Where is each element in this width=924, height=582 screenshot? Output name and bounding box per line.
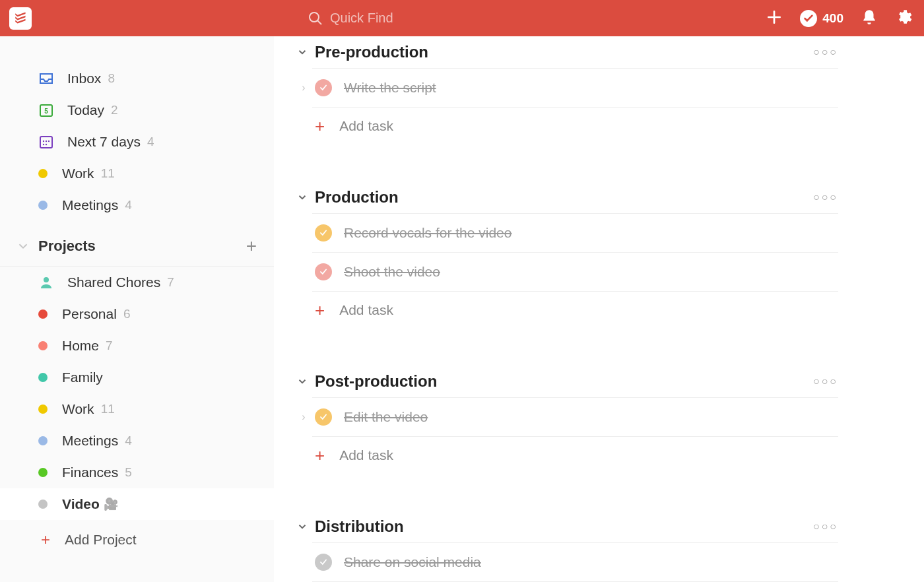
filter-count: 8 bbox=[108, 71, 115, 86]
project-count: 6 bbox=[123, 307, 131, 321]
section-title: Post-production bbox=[315, 372, 437, 391]
task-checkbox[interactable] bbox=[315, 263, 332, 280]
section-more-button[interactable]: ○○○ bbox=[813, 191, 838, 203]
sidebar-project-family[interactable]: Family bbox=[0, 362, 274, 393]
expand-subtasks-icon[interactable]: › bbox=[296, 82, 311, 94]
sidebar-project-finances[interactable]: Finances5 bbox=[0, 457, 274, 488]
task-name: Shoot the video bbox=[344, 264, 440, 280]
svg-text:5: 5 bbox=[44, 108, 48, 115]
sidebar-filter-work[interactable]: Work11 bbox=[0, 158, 274, 189]
svg-point-8 bbox=[48, 141, 50, 142]
main-content: Pre-production ○○○ › Write the script + … bbox=[274, 36, 924, 582]
project-label: Finances bbox=[62, 465, 118, 480]
task-checkbox[interactable] bbox=[315, 79, 332, 96]
section-pre-production: Pre-production ○○○ › Write the script + … bbox=[296, 40, 838, 145]
project-count: 5 bbox=[125, 465, 132, 480]
app-logo[interactable] bbox=[9, 7, 32, 30]
svg-point-7 bbox=[46, 141, 47, 142]
sidebar: Inbox85Today2Next 7 days4Work11Meetings4… bbox=[0, 36, 274, 582]
section-header[interactable]: Pre-production ○○○ bbox=[296, 40, 838, 68]
projects-header[interactable]: Projects + bbox=[0, 221, 274, 267]
add-project-icon[interactable]: + bbox=[246, 236, 257, 257]
chevron-down-icon bbox=[296, 521, 308, 533]
section-more-button[interactable]: ○○○ bbox=[813, 521, 838, 533]
projects-title: Projects bbox=[38, 238, 96, 255]
karma-button[interactable]: 400 bbox=[800, 10, 843, 27]
plus-icon: + bbox=[38, 533, 53, 547]
add-task-button[interactable]: + Add task bbox=[296, 292, 838, 329]
search-input[interactable] bbox=[330, 11, 497, 26]
task-name: Edit the video bbox=[344, 409, 428, 425]
chevron-down-icon bbox=[16, 239, 30, 253]
svg-point-9 bbox=[43, 144, 44, 145]
add-task-label: Add task bbox=[339, 118, 393, 134]
svg-point-6 bbox=[43, 141, 44, 142]
task-row[interactable]: › Write the script bbox=[296, 69, 838, 107]
sidebar-filter-today[interactable]: 5Today2 bbox=[0, 94, 274, 126]
task-row[interactable]: Share on social media bbox=[296, 543, 838, 581]
section-header[interactable]: Production ○○○ bbox=[296, 185, 838, 213]
task-name: Write the script bbox=[344, 80, 436, 96]
project-label: Shared Chores bbox=[67, 275, 160, 290]
add-task-button[interactable]: + Add task bbox=[296, 108, 838, 145]
task-row[interactable]: Record vocals for the video bbox=[296, 214, 838, 252]
chevron-down-icon bbox=[296, 191, 308, 203]
sidebar-filter-meetings[interactable]: Meetings4 bbox=[0, 189, 274, 221]
plus-icon: + bbox=[315, 304, 325, 317]
inbox-icon bbox=[38, 71, 54, 86]
filter-label: Inbox bbox=[67, 71, 101, 86]
color-dot bbox=[38, 468, 48, 477]
filter-label: Today bbox=[67, 102, 104, 118]
add-project-label: Add Project bbox=[65, 532, 137, 548]
plus-icon: + bbox=[315, 449, 325, 462]
section-distribution: Distribution ○○○ Share on social media +… bbox=[296, 515, 838, 582]
section-title: Pre-production bbox=[315, 43, 428, 61]
color-dot bbox=[38, 436, 48, 445]
project-label: Home bbox=[62, 338, 99, 354]
section-header[interactable]: Post-production ○○○ bbox=[296, 370, 838, 397]
notifications-button[interactable] bbox=[861, 9, 878, 28]
sidebar-filter-inbox[interactable]: Inbox8 bbox=[0, 63, 274, 94]
section-more-button[interactable]: ○○○ bbox=[813, 375, 838, 387]
task-checkbox[interactable] bbox=[315, 224, 332, 242]
task-name: Record vocals for the video bbox=[344, 225, 512, 241]
section-more-button[interactable]: ○○○ bbox=[813, 46, 838, 58]
svg-line-1 bbox=[317, 20, 321, 24]
add-task-button[interactable] bbox=[766, 9, 783, 28]
task-row[interactable]: › Edit the video bbox=[296, 398, 838, 436]
add-task-button[interactable]: + Add task bbox=[296, 437, 838, 474]
expand-subtasks-icon[interactable]: › bbox=[296, 411, 311, 423]
chevron-down-icon bbox=[296, 375, 308, 387]
project-count: 7 bbox=[106, 339, 113, 353]
sidebar-filter-next-7-days[interactable]: Next 7 days4 bbox=[0, 126, 274, 158]
project-label: Video bbox=[62, 496, 100, 512]
filter-count: 11 bbox=[101, 166, 115, 181]
add-task-label: Add task bbox=[339, 447, 393, 463]
task-checkbox[interactable] bbox=[315, 554, 332, 571]
color-dot bbox=[38, 341, 48, 350]
plus-icon: + bbox=[315, 119, 325, 133]
search-icon bbox=[308, 11, 323, 26]
sidebar-project-home[interactable]: Home7 bbox=[0, 330, 274, 362]
filter-label: Meetings bbox=[62, 197, 118, 213]
filter-count: 2 bbox=[111, 103, 118, 117]
add-project-button[interactable]: + Add Project bbox=[0, 520, 274, 560]
svg-point-0 bbox=[310, 13, 319, 22]
svg-rect-5 bbox=[40, 137, 52, 148]
karma-count: 400 bbox=[822, 11, 843, 26]
section-header[interactable]: Distribution ○○○ bbox=[296, 515, 838, 542]
sidebar-project-work[interactable]: Work11 bbox=[0, 393, 274, 425]
color-dot bbox=[38, 201, 48, 210]
sidebar-project-meetings[interactable]: Meetings4 bbox=[0, 425, 274, 457]
calendar-icon bbox=[38, 134, 54, 150]
settings-button[interactable] bbox=[895, 9, 912, 28]
project-count: 4 bbox=[125, 434, 132, 448]
task-row[interactable]: Shoot the video bbox=[296, 253, 838, 291]
filter-count: 4 bbox=[125, 198, 132, 212]
color-dot bbox=[38, 169, 48, 178]
sidebar-project-personal[interactable]: Personal6 bbox=[0, 298, 274, 330]
project-label: Work bbox=[62, 401, 94, 417]
sidebar-project-shared-chores[interactable]: Shared Chores7 bbox=[0, 267, 274, 298]
sidebar-project-video[interactable]: Video🎥 bbox=[0, 488, 274, 520]
task-checkbox[interactable] bbox=[315, 408, 332, 426]
